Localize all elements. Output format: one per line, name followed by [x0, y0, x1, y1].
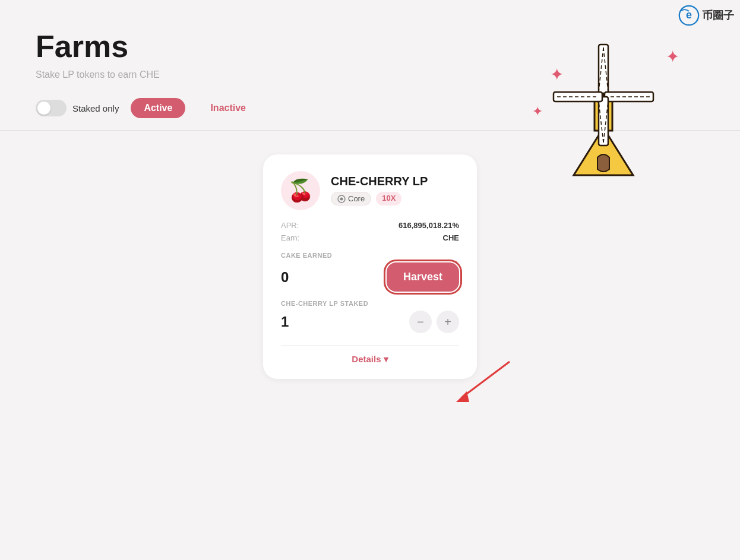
details-label: Details: [352, 354, 381, 364]
toggle-knob: [37, 102, 50, 115]
card-icon: 🍒: [281, 171, 320, 210]
card-stats: APR: 616,895,018.21% Earn: CHE: [281, 221, 459, 242]
staked-only-label: Staked only: [72, 103, 119, 113]
stepper: − +: [409, 311, 459, 333]
badge-core: Core: [331, 192, 371, 205]
earn-label: Earn:: [281, 233, 299, 242]
earn-value: CHE: [443, 233, 459, 242]
badge-10x-label: 10X: [382, 194, 396, 203]
svg-point-22: [340, 197, 343, 200]
staked-only-toggle[interactable]: [36, 100, 67, 116]
card-badges: Core 10X: [331, 192, 428, 205]
staked-only-toggle-wrap: Staked only: [36, 100, 119, 116]
apr-label: APR:: [281, 221, 299, 230]
arrow-annotation: [450, 356, 516, 412]
svg-line-23: [462, 362, 510, 397]
svg-text:✦: ✦: [532, 104, 543, 119]
card-icon-emoji: 🍒: [287, 178, 314, 203]
earned-amount: 0: [281, 269, 289, 286]
card-title: CHE-CHERRY LP: [331, 175, 428, 188]
badge-core-label: Core: [348, 194, 365, 203]
apr-value: 616,895,018.21%: [399, 221, 459, 230]
card-title-area: CHE-CHERRY LP Core 10X: [331, 171, 428, 205]
staked-row: 1 − +: [281, 311, 459, 333]
card-header: 🍒 CHE-CHERRY LP Core 10X: [281, 171, 459, 210]
details-row: Details ▾: [281, 354, 459, 365]
card-divider: [281, 345, 459, 346]
cake-earned-label: CAKE EARNED: [281, 252, 459, 259]
page-header: Farms Stake LP tokens to earn CHE: [0, 0, 740, 80]
cake-earned-section: CAKE EARNED 0 Harvest: [281, 252, 459, 292]
core-icon: [337, 195, 346, 203]
details-button[interactable]: Details ▾: [352, 354, 388, 365]
apr-row: APR: 616,895,018.21%: [281, 221, 459, 230]
active-tab[interactable]: Active: [131, 98, 185, 118]
farm-card: 🍒 CHE-CHERRY LP Core 10X: [263, 154, 477, 379]
staked-label: CHE-CHERRY LP STAKED: [281, 300, 459, 307]
badge-10x: 10X: [376, 192, 401, 205]
earned-row: 0 Harvest: [281, 262, 459, 292]
details-chevron-icon: ▾: [384, 354, 388, 364]
earn-row: Earn: CHE: [281, 233, 459, 242]
inactive-tab[interactable]: Inactive: [197, 98, 259, 118]
page-title: Farms: [36, 30, 704, 64]
svg-rect-11: [599, 97, 608, 145]
harvest-button[interactable]: Harvest: [387, 262, 459, 292]
stepper-minus-button[interactable]: −: [409, 311, 432, 333]
staked-amount: 1: [281, 314, 289, 330]
page-subtitle: Stake LP tokens to earn CHE: [36, 69, 704, 80]
staked-section: CHE-CHERRY LP STAKED 1 − +: [281, 300, 459, 333]
stepper-plus-button[interactable]: +: [437, 311, 459, 333]
